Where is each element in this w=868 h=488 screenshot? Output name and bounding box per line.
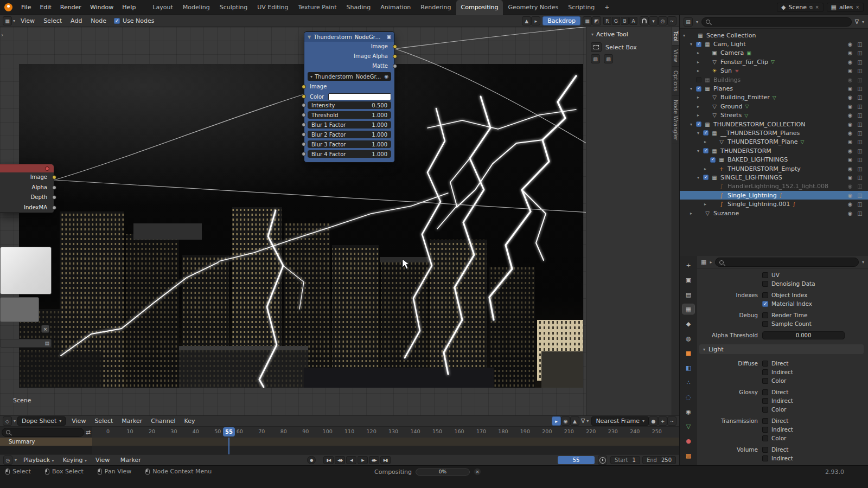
collection-checkbox[interactable]: [696, 77, 701, 82]
options-icon[interactable]: ~: [667, 16, 676, 25]
expand-arrow-icon[interactable]: ▾: [690, 42, 696, 47]
panel-collapse-icon[interactable]: ▾: [591, 32, 593, 37]
property-checkbox[interactable]: [762, 407, 768, 413]
disable-in-render-toggle-icon[interactable]: [855, 130, 865, 136]
dope-sheet-menu[interactable]: Channel: [146, 418, 180, 425]
node-param-slider[interactable]: Intensity 0.500: [308, 101, 391, 109]
hide-in-viewport-toggle-icon[interactable]: [845, 68, 855, 74]
expand-arrow-icon[interactable]: ▸: [697, 68, 703, 73]
input-socket[interactable]: [302, 94, 306, 99]
property-checkbox[interactable]: [762, 272, 768, 278]
hide-in-viewport-toggle-icon[interactable]: [845, 166, 855, 172]
input-socket[interactable]: [302, 103, 306, 107]
sidebar-tab[interactable]: Tool: [672, 27, 679, 46]
proportional-edit-icon[interactable]: ●: [649, 416, 658, 426]
disable-in-render-toggle-icon[interactable]: [855, 68, 865, 74]
hide-in-viewport-toggle-icon[interactable]: [845, 148, 855, 154]
outliner-row[interactable]: ▦ BAKED_LIGHTNINGS: [680, 155, 868, 164]
backdrop-color-icon[interactable]: ▦: [583, 16, 592, 25]
workspace-tab[interactable]: Rendering: [416, 0, 456, 15]
unlink-scene-icon[interactable]: ×: [815, 5, 819, 10]
outliner-row[interactable]: ▸ ▣ Camera ▣: [680, 49, 868, 57]
editor-type-icon[interactable]: ▤: [684, 17, 693, 27]
expand-arrow-icon[interactable]: ▸: [704, 166, 710, 171]
toolbar-toggle-arrow[interactable]: ›: [1, 31, 3, 38]
outliner-row[interactable]: ▸ ▽ Fenster_für_Clip ▽: [680, 57, 868, 66]
outliner-row[interactable]: ▸ ☀ Sun ☀: [680, 67, 868, 75]
dope-sheet-menu[interactable]: Key: [180, 418, 200, 425]
blender-logo-icon[interactable]: [4, 3, 12, 11]
dope-sheet-menu[interactable]: Select: [90, 418, 117, 425]
disable-in-render-toggle-icon[interactable]: [855, 41, 865, 47]
expand-arrow-icon[interactable]: ▾: [690, 86, 696, 91]
select-box-tool-icon[interactable]: [591, 42, 602, 52]
hide-in-viewport-toggle-icon[interactable]: [845, 210, 855, 216]
snap-mode-dropdown[interactable]: Nearest Frame▾: [591, 416, 649, 426]
render-layers-node[interactable]: Image Alpha Depth IndexMA: [0, 164, 54, 213]
frame-end-field[interactable]: End 250: [642, 456, 676, 464]
property-checkbox[interactable]: [762, 312, 768, 318]
dope-sheet-menu[interactable]: Marker: [117, 418, 146, 425]
node-param-slider[interactable]: Threshold 1.000: [308, 111, 391, 119]
summary-track[interactable]: [92, 438, 679, 446]
hide-in-viewport-toggle-icon[interactable]: [845, 50, 855, 56]
tool-option-icon-2[interactable]: ▨: [604, 54, 613, 63]
outliner-row[interactable]: ▾ ▦ Planes: [680, 84, 868, 93]
properties-tab-render-icon[interactable]: ▣: [682, 275, 694, 285]
outliner-row[interactable]: ▸ ▽ Building_Emitter ▽: [680, 93, 868, 102]
sidebar-tab[interactable]: Options: [672, 67, 679, 96]
editor-type-icon[interactable]: ◷: [3, 455, 12, 465]
hide-in-viewport-toggle-icon[interactable]: [845, 192, 855, 198]
alpha-threshold-field[interactable]: 0.000: [762, 331, 845, 339]
hide-in-viewport-toggle-icon[interactable]: [845, 41, 855, 47]
node-param-slider[interactable]: Blur 2 Factor 1.000: [308, 131, 391, 138]
disable-in-render-toggle-icon[interactable]: [855, 94, 865, 100]
disable-in-render-toggle-icon[interactable]: [855, 148, 865, 154]
cancel-job-icon[interactable]: ×: [474, 468, 481, 476]
display-mode-caret-icon[interactable]: ▾: [696, 20, 698, 24]
new-scene-icon[interactable]: ⧉: [809, 5, 813, 10]
timeline-menu[interactable]: Playback ▾: [19, 457, 59, 464]
collection-checkbox[interactable]: [703, 175, 709, 180]
node-param-slider[interactable]: Blur 1 Factor 1.000: [308, 121, 391, 129]
hide-in-viewport-toggle-icon[interactable]: [845, 86, 855, 92]
expand-arrow-icon[interactable]: ▾: [683, 33, 689, 38]
outliner-row[interactable]: ▸ ▽ Ground ▽: [680, 102, 868, 111]
disable-in-render-toggle-icon[interactable]: [855, 183, 865, 189]
properties-search-input[interactable]: [715, 258, 859, 267]
hide-in-viewport-toggle-icon[interactable]: [845, 157, 855, 163]
outliner-row[interactable]: ▸ ▽ Streets ▽: [680, 111, 868, 120]
expand-icon[interactable]: ▤: [44, 341, 49, 346]
outliner-row[interactable]: ▸ ▽ Suzanne: [680, 209, 868, 217]
next-keyframe-button[interactable]: ◆▶: [369, 456, 379, 464]
output-socket[interactable]: [52, 206, 56, 210]
disable-in-render-toggle-icon[interactable]: [855, 86, 865, 92]
properties-tab-material-icon[interactable]: ●: [682, 436, 694, 446]
hide-in-viewport-toggle-icon[interactable]: [845, 94, 855, 100]
editor-type-icon[interactable]: ◇: [3, 416, 12, 426]
outliner-row[interactable]: ∫ HandlerLightning_152.1_light.008: [680, 182, 868, 191]
filter-icon[interactable]: ∇: [581, 418, 585, 425]
output-socket[interactable]: [393, 64, 397, 68]
current-frame-indicator[interactable]: 55: [223, 427, 235, 436]
properties-tab-data-icon[interactable]: ▽: [682, 421, 694, 431]
pin-icon[interactable]: ▲: [522, 16, 531, 25]
workspace-tab[interactable]: Geometry Nodes: [503, 0, 563, 15]
dope-sheet-mode-dropdown[interactable]: Dope Sheet▾: [17, 416, 66, 426]
workspace-tab[interactable]: Modeling: [178, 0, 215, 15]
input-socket[interactable]: [302, 123, 306, 127]
expand-arrow-icon[interactable]: ▸: [690, 211, 696, 216]
expand-arrow-icon[interactable]: ▸: [697, 50, 703, 55]
hidden-channels-toggle-icon[interactable]: ◉: [561, 416, 570, 426]
hide-in-viewport-toggle-icon[interactable]: [845, 59, 855, 65]
workspace-tab[interactable]: Compositing: [456, 0, 503, 15]
outliner-row[interactable]: ▾ ▦ Cam, Light: [680, 40, 868, 48]
properties-tab-object-icon[interactable]: ■: [682, 348, 694, 358]
properties-tab-scene-icon[interactable]: ◆: [682, 319, 694, 329]
expand-arrow-icon[interactable]: ▾: [697, 149, 703, 153]
disable-in-render-toggle-icon[interactable]: [855, 77, 865, 83]
remove-view-layer-icon[interactable]: ×: [856, 5, 859, 10]
collection-checkbox[interactable]: [703, 130, 709, 136]
section-collapse-icon[interactable]: ▾: [703, 347, 705, 352]
collapsed-node-strip[interactable]: ▤: [0, 339, 52, 348]
